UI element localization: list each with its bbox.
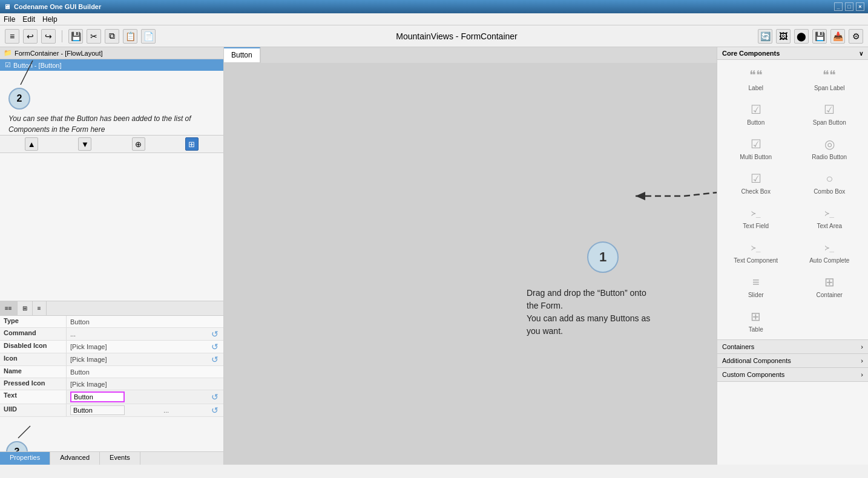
component-button[interactable]: ☑ Button [720,97,792,130]
view-tab-list[interactable]: ≡≡ [0,301,18,315]
toolbar-right: 🔄 🖼 ⬤ 💾 📥 ⚙ [758,29,863,44]
combo-box-text: Combo Box [814,188,845,195]
maximize-btn[interactable]: □ [845,2,853,11]
auto-complete-icon: ≻_ [821,239,838,256]
component-tree: 📁 FormContainer - [FlowLayout] ☑ Button … [0,47,223,301]
component-text-field[interactable]: ≻_ Text Field [720,200,792,234]
toolbar-circle-btn[interactable]: ⬤ [794,29,809,44]
auto-complete-text: Auto Complete [809,257,849,264]
component-slider[interactable]: ≡ Slider [720,269,792,303]
additional-components-label: Additional Components [722,357,791,364]
text-input[interactable] [70,391,125,402]
additional-components-chevron: › [861,357,863,364]
component-check-box[interactable]: ☑ Check Box [720,166,792,199]
main-layout: 📁 FormContainer - [FlowLayout] ☑ Button … [0,47,868,465]
right-panel: Core Components ∨ ❝❝ Label ❝❝ Span Label… [717,47,868,465]
form-tab-button[interactable]: Button [224,47,260,62]
view-tab-grid[interactable]: ⊞ [18,301,33,315]
toolbar-undo-btn[interactable]: ↩ [23,29,38,44]
toolbar-paste-btn[interactable]: 📋 [123,29,137,44]
svg-line-1 [18,426,30,438]
arrow-svg-2 [15,54,51,91]
toolbar-redo-btn[interactable]: ↪ [41,29,56,44]
container-text: Container [817,292,843,298]
toolbar-cut-btn[interactable]: ✂ [87,29,101,44]
tree-up-btn[interactable]: ▲ [25,137,38,151]
menu-file[interactable]: File [4,15,15,24]
prop-icon: Icon [Pick Image] ↺ [0,353,223,366]
toolbar-save2-btn[interactable]: 📥 [830,29,845,44]
component-text-area[interactable]: ≻_ Text Area [794,200,866,234]
text-field-text: Text Field [743,223,769,229]
uiid-input[interactable] [70,405,125,415]
slider-icon: ≡ [748,273,764,290]
tab-advanced[interactable]: Advanced [50,452,100,465]
toolbar-floppy-btn[interactable]: 💾 [812,29,827,44]
toolbar-export-btn[interactable]: 📄 [141,29,156,44]
toolbar-settings-btn[interactable]: ⚙ [849,29,863,44]
component-auto-complete[interactable]: ≻_ Auto Complete [794,235,866,268]
check-box-text: Check Box [741,188,771,195]
menu-bar: File Edit Help [0,13,868,25]
prop-disabled-icon-reset[interactable]: ↺ [210,342,220,352]
text-area-icon: ≻_ [821,205,838,221]
toolbar-save-btn[interactable]: 💾 [68,29,83,44]
properties-panel: Type Button Command ... ↺ Disabled Icon … [0,316,223,451]
title-bar-controls[interactable]: _ □ × [834,2,864,11]
left-panel: 📁 FormContainer - [FlowLayout] ☑ Button … [0,47,224,465]
app-icon: 🖥 [4,3,10,10]
canvas-content: 1 Drag and drop the “Button” onto the Fo… [224,63,717,465]
core-components-title: Core Components [722,50,780,57]
prop-command-reset[interactable]: ↺ [210,329,220,339]
tree-toolbar: ▲ ▼ ⊕ ⊞ [0,135,223,153]
toolbar-refresh-btn[interactable]: 🔄 [758,29,772,44]
component-radio-button[interactable]: ◎ Radio Button [794,131,866,165]
tree-add-btn[interactable]: ⊕ [132,137,145,151]
containers-section[interactable]: Containers › [717,340,868,354]
toolbar-menu-btn[interactable]: ≡ [5,29,19,44]
svg-marker-4 [636,192,645,200]
multi-button-text: Multi Button [740,154,772,160]
component-combo-box[interactable]: ○ Combo Box [794,166,866,199]
close-btn[interactable]: × [856,2,864,11]
containers-label: Containers [722,343,754,350]
tab-events[interactable]: Events [100,452,140,465]
minimize-btn[interactable]: _ [834,2,843,11]
custom-components-section[interactable]: Custom Components › [717,368,868,382]
prop-name: Name Button [0,366,223,378]
form-tab: Button [224,47,261,63]
additional-components-section[interactable]: Additional Components › [717,354,868,368]
core-components-header[interactable]: Core Components ∨ [717,47,868,60]
prop-pressed-icon: Pressed Icon [Pick Image] [0,378,223,390]
view-tab-props[interactable]: ≡ [33,301,47,315]
center-canvas: Button 1 Drag and drop the “Button” onto… [224,47,717,465]
span-button-icon: ☑ [821,101,838,118]
component-span-label[interactable]: ❝❝ Span Label [794,62,866,96]
text-area-text: Text Area [817,223,842,229]
combo-box-icon: ○ [821,170,838,187]
prop-icon-reset[interactable]: ↺ [210,355,220,364]
toolbar-img-btn[interactable]: 🖼 [776,29,791,44]
component-span-button[interactable]: ☑ Span Button [794,97,866,130]
component-text-component[interactable]: ≻_ Text Component [720,235,792,268]
span-button-text: Span Button [813,119,846,126]
component-container[interactable]: ⊞ Container [794,269,866,303]
menu-help[interactable]: Help [42,15,58,24]
text-field-icon: ≻_ [748,205,764,221]
prop-text-reset[interactable]: ↺ [210,392,220,402]
component-label[interactable]: ❝❝ Label [720,62,792,96]
step-1-circle: 1 [587,241,619,273]
tree-item-checkbox: ☑ [5,61,11,69]
prop-uiid-reset[interactable]: ↺ [210,405,220,415]
component-multi-button[interactable]: ☑ Multi Button [720,131,792,165]
tree-down-btn[interactable]: ▼ [78,137,91,151]
prop-command: Command ... ↺ [0,328,223,341]
menu-edit[interactable]: Edit [22,15,35,24]
component-table[interactable]: ⊞ Table [720,304,792,337]
table-icon: ⊞ [748,308,764,325]
prop-text[interactable]: Text ↺ [0,390,223,404]
toolbar-copy-btn[interactable]: ⧉ [105,29,119,44]
annotation-2-area: 2 You can see that the Button has been a… [0,71,223,135]
tree-grid-btn[interactable]: ⊞ [185,137,199,151]
tab-properties[interactable]: Properties [0,452,50,465]
